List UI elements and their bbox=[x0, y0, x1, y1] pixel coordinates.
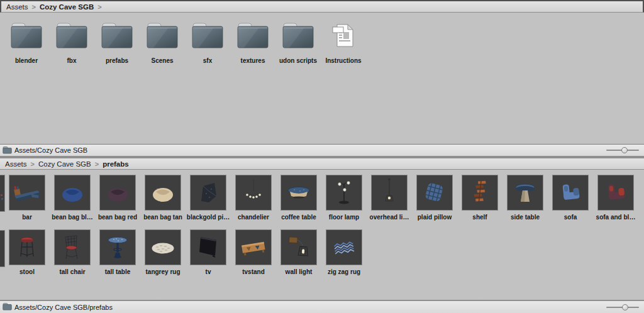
breadcrumb-segment-cozy-cave-sgb[interactable]: Cozy Cave SGB bbox=[38, 160, 91, 168]
prefab-thumbnail[interactable] bbox=[507, 175, 543, 211]
folder-icon bbox=[101, 21, 133, 49]
prefab-thumbnail[interactable] bbox=[145, 229, 181, 265]
prefab-thumbnail[interactable] bbox=[9, 229, 45, 265]
asset-label: prefabs bbox=[106, 57, 128, 64]
chevron-right-icon: > bbox=[32, 3, 36, 11]
prefab-thumbnail[interactable] bbox=[371, 175, 408, 211]
folder-item-fbx[interactable]: fbx bbox=[53, 21, 90, 144]
prefab-item-tall-table[interactable]: tall table bbox=[99, 229, 136, 275]
beanbag-icon bbox=[148, 178, 177, 207]
prefab-item-plaid-pillow[interactable]: plaid pillow bbox=[416, 175, 453, 221]
prefab-item-tv[interactable]: tv bbox=[190, 229, 226, 275]
prefab-thumbnail[interactable] bbox=[190, 175, 226, 211]
prefab-item-sofa[interactable]: sofa bbox=[552, 175, 589, 221]
clipped-thumb-detail bbox=[1, 198, 3, 200]
folder-item-prefabs[interactable]: prefabs bbox=[99, 21, 135, 144]
prefab-thumbnail[interactable] bbox=[145, 175, 181, 211]
prefab-item-sofa-and-bl[interactable]: sofa and bl… bbox=[597, 175, 634, 221]
prefab-label: sofa and bl… bbox=[596, 214, 636, 221]
prefab-item-bean-bag-bl[interactable]: bean bag bl… bbox=[54, 175, 91, 221]
prefab-item-shelf[interactable]: shelf bbox=[462, 175, 498, 221]
folder-icon-box bbox=[280, 21, 316, 49]
clipped-prefab-tile[interactable] bbox=[0, 230, 5, 267]
prefab-label: side table bbox=[511, 214, 540, 221]
prefab-label: bar bbox=[22, 214, 32, 221]
asset-grid-bottom: bar bean bag bl… bean bag red bean bag t… bbox=[0, 170, 644, 300]
prefab-thumbnail[interactable] bbox=[235, 229, 272, 265]
folder-mini-icon bbox=[3, 302, 12, 310]
folder-item-scenes[interactable]: Scenes bbox=[144, 21, 180, 144]
folder-icon bbox=[10, 21, 43, 49]
prefab-thumbnail[interactable] bbox=[416, 175, 453, 211]
prefab-thumbnail[interactable] bbox=[280, 229, 317, 265]
stool-icon bbox=[13, 233, 42, 262]
breadcrumb-segment-prefabs[interactable]: prefabs bbox=[103, 160, 129, 168]
prefab-label: tv bbox=[206, 268, 211, 275]
prefab-thumbnail[interactable] bbox=[280, 175, 317, 211]
prefab-item-chandelier[interactable]: chandelier bbox=[235, 175, 272, 221]
prefab-thumbnail[interactable] bbox=[597, 175, 634, 211]
prefab-thumbnail[interactable] bbox=[54, 229, 91, 265]
beanbag-icon bbox=[58, 178, 87, 207]
slider-knob[interactable] bbox=[622, 304, 628, 310]
chevron-right-icon: > bbox=[97, 3, 101, 11]
sofa-icon bbox=[556, 178, 585, 207]
folder-item-textures[interactable]: textures bbox=[235, 21, 271, 144]
prefab-thumbnail[interactable] bbox=[462, 175, 498, 211]
prefab-item-blackgold-pi[interactable]: blackgold pi… bbox=[190, 175, 226, 221]
document-icon bbox=[331, 23, 355, 49]
prefab-thumbnail[interactable] bbox=[99, 229, 136, 265]
folder-item-udon-scripts[interactable]: udon scripts bbox=[280, 21, 316, 144]
prefab-item-wall-light[interactable]: wall light bbox=[280, 229, 317, 275]
document-icon-box bbox=[325, 21, 362, 49]
prefab-thumbnail[interactable] bbox=[54, 175, 91, 211]
prefab-thumbnail[interactable] bbox=[326, 175, 362, 211]
asset-label: blender bbox=[15, 57, 38, 64]
prefab-item-bean-bag-red[interactable]: bean bag red bbox=[99, 175, 136, 221]
prefab-item-side-table[interactable]: side table bbox=[507, 175, 543, 221]
prefab-item-overhead-li[interactable]: overhead li… bbox=[371, 175, 408, 221]
prefab-label: bean bag bl… bbox=[52, 214, 93, 221]
prefab-thumbnail[interactable] bbox=[235, 175, 272, 211]
prefab-label: blackgold pi… bbox=[187, 214, 230, 221]
folder-icon-box bbox=[235, 21, 271, 49]
breadcrumb-segment-assets[interactable]: Assets bbox=[6, 3, 28, 11]
prefab-item-zig-zag-rug[interactable]: zig zag rug bbox=[326, 229, 362, 275]
prefab-thumbnail[interactable] bbox=[190, 229, 226, 265]
plaid-pillow-icon bbox=[420, 178, 449, 207]
asset-label: sfx bbox=[203, 57, 212, 64]
folder-item-blender[interactable]: blender bbox=[8, 21, 45, 144]
prefab-item-tall-chair[interactable]: tall chair bbox=[54, 229, 91, 275]
prefab-thumbnail[interactable] bbox=[552, 175, 589, 211]
prefab-item-tangrey-rug[interactable]: tangrey rug bbox=[145, 229, 181, 275]
prefab-item-tvstand[interactable]: tvstand bbox=[235, 229, 272, 275]
thumbnail-zoom-slider[interactable] bbox=[606, 146, 639, 154]
clipped-prefab-tile[interactable] bbox=[0, 175, 5, 212]
prefab-item-bar[interactable]: bar bbox=[9, 175, 45, 221]
breadcrumb-segment-cozy-cave-sgb[interactable]: Cozy Cave SGB bbox=[40, 3, 94, 11]
beanbag-icon bbox=[103, 178, 132, 207]
prefab-item-bean-bag-tan[interactable]: bean bag tan bbox=[145, 175, 181, 221]
tvstand-icon bbox=[239, 233, 268, 262]
folder-icon bbox=[236, 21, 269, 49]
breadcrumb-top: Assets>Cozy Cave SGB> bbox=[0, 0, 644, 13]
folder-icon-box bbox=[53, 21, 90, 49]
prefab-item-floor-lamp[interactable]: floor lamp bbox=[326, 175, 362, 221]
pillow-dark-icon bbox=[194, 178, 223, 207]
prefab-thumbnail[interactable] bbox=[326, 229, 362, 265]
side-table-icon bbox=[511, 178, 540, 207]
folder-item-sfx[interactable]: sfx bbox=[189, 21, 226, 144]
prefab-label: wall light bbox=[286, 268, 313, 275]
prefab-thumbnail[interactable] bbox=[9, 175, 45, 211]
sofa-icon bbox=[601, 178, 630, 207]
asset-label: textures bbox=[241, 57, 265, 64]
prefab-row-2: stool tall chair tall table tangrey rug bbox=[0, 229, 644, 275]
prefab-thumbnail[interactable] bbox=[99, 175, 136, 211]
prefab-item-stool[interactable]: stool bbox=[9, 229, 45, 275]
prefab-item-coffee-table[interactable]: coffee table bbox=[280, 175, 317, 221]
breadcrumb-segment-assets[interactable]: Assets bbox=[5, 160, 27, 168]
thumbnail-zoom-slider[interactable] bbox=[606, 304, 639, 311]
slider-knob[interactable] bbox=[621, 147, 628, 153]
prefab-label: bean bag red bbox=[98, 214, 137, 221]
file-item-instructions[interactable]: Instructions bbox=[325, 21, 362, 144]
